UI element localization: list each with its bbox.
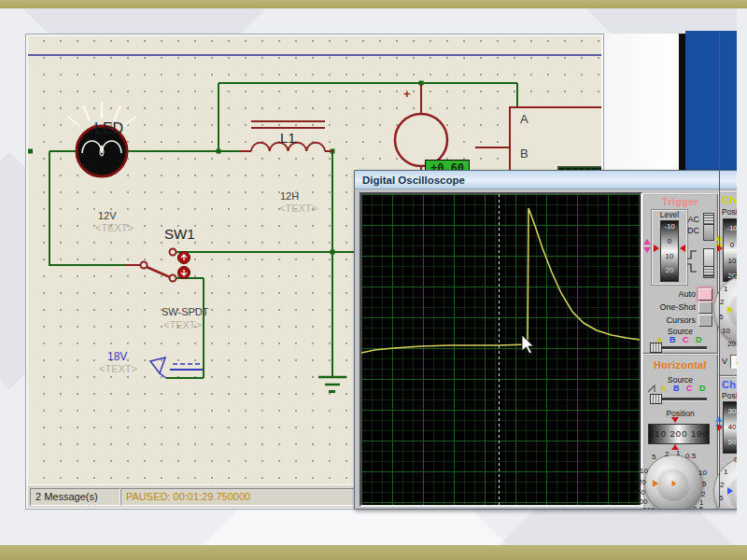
channel-b-knob-pointer bbox=[727, 487, 733, 495]
level-tick: -10 bbox=[652, 222, 687, 231]
knob-number: 2 bbox=[720, 298, 724, 306]
knob-number: 2 bbox=[665, 450, 669, 458]
knob-number: 10 bbox=[722, 327, 730, 335]
switch-component[interactable] bbox=[125, 249, 190, 282]
knob-number: 10 bbox=[698, 469, 707, 477]
trigger-source-slider-thumb[interactable] bbox=[650, 343, 662, 353]
switch-text-placeholder: <TEXT> bbox=[163, 319, 202, 330]
scope-input-b-label: B bbox=[520, 147, 529, 161]
timebase-pointer-inner bbox=[672, 481, 677, 486]
level-adjust-down-arrow[interactable] bbox=[643, 247, 651, 253]
switch-value-label: SW-SPDT bbox=[162, 306, 209, 317]
inductor-value-label: 12H bbox=[280, 190, 299, 202]
background-white-window bbox=[602, 34, 679, 171]
dc-label: DC bbox=[684, 226, 699, 235]
timebase-pointer bbox=[653, 480, 658, 487]
lamp-value-label: 12V bbox=[98, 210, 117, 221]
source-b[interactable]: B bbox=[673, 384, 680, 393]
channel-a-unit-label: V bbox=[722, 357, 727, 366]
horizontal-source-slider-thumb[interactable] bbox=[650, 394, 662, 404]
knob-number: 1 bbox=[724, 285, 727, 293]
knob-number: 1 bbox=[724, 468, 727, 476]
frame-right-strip bbox=[737, 0, 747, 560]
horizontal-title: Horizontal bbox=[643, 359, 717, 371]
trigger-source-label: Source bbox=[643, 327, 717, 336]
knob-number: 100 bbox=[635, 497, 647, 506]
ac-dc-toggle[interactable] bbox=[703, 213, 714, 241]
knob-number: 5 bbox=[702, 480, 706, 488]
battery-text-placeholder: <TEXT> bbox=[99, 363, 137, 374]
knob-number: 2 bbox=[720, 481, 724, 489]
channel-a-marker-left bbox=[717, 245, 723, 252]
level-label: Level bbox=[652, 210, 687, 219]
knob-number: 200 bbox=[642, 506, 655, 510]
cursors-button[interactable] bbox=[698, 315, 712, 327]
cursors-label: Cursors bbox=[645, 315, 696, 325]
one-shot-label: One-Shot bbox=[645, 302, 696, 312]
knob-number: 10 bbox=[640, 467, 648, 475]
knob-number: 2 bbox=[701, 490, 705, 498]
inductor-ref-label: L1 bbox=[280, 130, 296, 146]
source-c[interactable]: C bbox=[683, 335, 689, 344]
horizontal-source-label: Source bbox=[643, 375, 717, 385]
edge-select-toggle[interactable] bbox=[703, 248, 714, 278]
horizontal-position-label: Position bbox=[643, 409, 717, 418]
knob-number: 0.5 bbox=[693, 505, 703, 510]
lamp-ref-label: LED bbox=[94, 120, 123, 137]
background-blue-window bbox=[685, 31, 737, 171]
auto-button[interactable] bbox=[698, 288, 712, 301]
voltmeter-plus-label: + bbox=[403, 87, 411, 101]
battery-value-label: 18V bbox=[107, 350, 127, 363]
knob-number: 20 bbox=[638, 478, 646, 486]
horizontal-panel: Horizontal Source A B C D Position 210 2… bbox=[642, 354, 718, 510]
one-shot-button[interactable] bbox=[698, 301, 712, 314]
ground-symbol[interactable] bbox=[318, 377, 346, 393]
inductor-text-placeholder: <TEXT> bbox=[279, 203, 317, 214]
channel-b-marker-left bbox=[717, 424, 723, 431]
source-c[interactable]: C bbox=[686, 384, 693, 393]
source-b[interactable]: B bbox=[669, 335, 676, 344]
source-d[interactable]: D bbox=[699, 384, 706, 393]
lamp-text-placeholder: <TEXT> bbox=[95, 222, 134, 233]
level-tick: 10 bbox=[652, 252, 687, 260]
trigger-level-group: Level -10 0 10 20 bbox=[651, 209, 688, 286]
knob-number: 50 bbox=[637, 488, 645, 497]
rising-edge-icon bbox=[686, 250, 698, 259]
background-black-bar bbox=[679, 34, 685, 171]
trigger-panel: Trigger Level -10 0 10 20 AC DC Auto One… bbox=[642, 193, 718, 354]
switch-ref-label: SW1 bbox=[164, 226, 195, 242]
oscilloscope-titlebar[interactable]: Digital Oscilloscope bbox=[355, 171, 742, 189]
channel-a-knob-pointer bbox=[727, 306, 733, 314]
knob-number: 5 bbox=[652, 453, 655, 461]
battery-component[interactable] bbox=[150, 357, 203, 378]
channel-a-trace bbox=[361, 208, 640, 353]
screenshot-root: LED 12V <TEXT> L1 12H <TEXT> SW1 SW-SPDT… bbox=[0, 0, 747, 560]
digital-oscilloscope-window: Digital Oscilloscope Trigger Level -10 0… bbox=[354, 170, 743, 510]
falling-edge-icon bbox=[686, 263, 698, 273]
level-marker-left[interactable] bbox=[654, 245, 659, 252]
knob-number: 20 bbox=[727, 340, 736, 348]
oscilloscope-screen[interactable] bbox=[359, 192, 642, 507]
ramp-icon bbox=[647, 385, 657, 393]
frame-top-bar bbox=[0, 0, 747, 8]
source-d[interactable]: D bbox=[696, 335, 702, 344]
status-messages[interactable]: 2 Message(s) bbox=[30, 488, 120, 506]
source-a[interactable]: A bbox=[660, 384, 667, 393]
level-marker-right[interactable] bbox=[680, 245, 685, 252]
level-tick: 20 bbox=[652, 266, 687, 274]
auto-label: Auto bbox=[645, 289, 696, 299]
oscilloscope-component[interactable] bbox=[475, 107, 601, 175]
horizontal-position-drum[interactable]: 210 200 190 bbox=[648, 424, 710, 444]
position-marker-top bbox=[671, 417, 679, 423]
status-simulation-state: PAUSED: 00:01:29.750000 bbox=[120, 488, 366, 506]
level-adjust-up-arrow[interactable] bbox=[643, 239, 651, 245]
red-annotation-line bbox=[719, 31, 720, 508]
lamp-component[interactable] bbox=[68, 102, 135, 176]
scope-input-a-label: A bbox=[520, 112, 529, 126]
ac-label: AC bbox=[684, 215, 699, 224]
knob-number: 0.5 bbox=[685, 452, 696, 460]
frame-bottom-bar bbox=[0, 545, 747, 560]
trigger-title: Trigger bbox=[643, 196, 717, 207]
knob-number: 1 bbox=[676, 449, 680, 457]
